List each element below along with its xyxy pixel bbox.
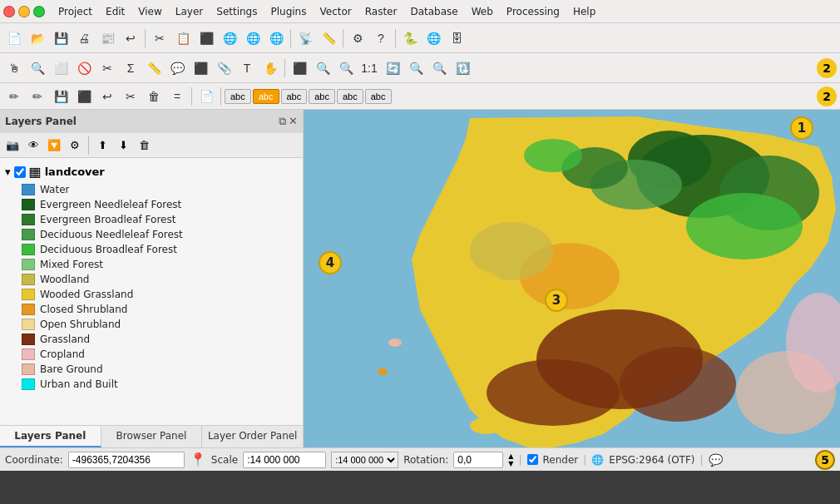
save-button[interactable]: 💾	[50, 27, 72, 49]
layer-visibility-checkbox[interactable]	[14, 166, 26, 178]
map-area[interactable]: 1 3 4	[304, 110, 840, 447]
zoom-prev[interactable]: 🔄	[382, 57, 403, 79]
menu-item-edit[interactable]: Edit	[99, 4, 131, 19]
annotation[interactable]: 💬	[166, 57, 188, 79]
layer-notes[interactable]: ⬛	[190, 57, 211, 79]
layer-group-header[interactable]: ▾ ▦ landcover	[2, 161, 301, 182]
sum-tool[interactable]: Σ	[120, 57, 141, 79]
save-as-button[interactable]: 🖨	[73, 27, 95, 49]
menu-item-raster[interactable]: Raster	[358, 4, 404, 19]
select-rect[interactable]: 🖱	[3, 57, 25, 79]
legend-color	[22, 229, 35, 240]
open-button[interactable]: 📂	[27, 27, 48, 49]
rotation-spinner[interactable]: ▲▼	[508, 452, 513, 467]
paste-tool[interactable]: ⬛	[195, 27, 217, 49]
delete-edit[interactable]: 🗑	[143, 86, 165, 107]
pan-tool[interactable]: 🌐	[219, 27, 240, 49]
zoom-select[interactable]: 🚫	[73, 57, 95, 79]
cut-edit[interactable]: ✂	[120, 86, 141, 107]
close-button[interactable]	[3, 6, 15, 17]
zoom-next[interactable]: 🔍	[405, 57, 427, 79]
help-button[interactable]: ?	[370, 27, 392, 49]
menu-item-view[interactable]: View	[131, 4, 168, 19]
close-panel-icon[interactable]: ✕	[289, 115, 298, 128]
remove-layer-btn[interactable]: 🗑	[135, 136, 153, 155]
filter-btn[interactable]: 🔽	[45, 136, 63, 155]
crs-label[interactable]: EPSG:2964 (OTF)	[609, 454, 694, 466]
label-abc3[interactable]: abc	[281, 89, 308, 104]
scale-input[interactable]	[243, 452, 326, 468]
undo-button[interactable]: ↩	[120, 27, 141, 49]
zoom-in-tool[interactable]: 🌐	[242, 27, 264, 49]
menu-item-help[interactable]: Help	[566, 4, 602, 19]
panel-tab-layer-order-panel[interactable]: Layer Order Panel	[202, 426, 303, 447]
menu-item-project[interactable]: Project	[52, 4, 99, 19]
select-tool[interactable]: ✂	[149, 27, 170, 49]
text-tool[interactable]: T	[236, 57, 258, 79]
legend-label: Grassland	[40, 334, 90, 345]
menu-item-web[interactable]: Web	[465, 4, 500, 19]
print-button[interactable]: 📰	[96, 27, 118, 49]
zoom-native[interactable]: 1:1	[358, 57, 380, 79]
menu-item-settings[interactable]: Settings	[210, 4, 264, 19]
group-btn[interactable]: ⚙	[66, 136, 84, 155]
scale-dropdown[interactable]: :14 000 000	[331, 452, 398, 468]
browser-button[interactable]: 🌐	[422, 27, 444, 49]
refresh-button[interactable]: 🔃	[452, 57, 473, 79]
measure-dist[interactable]: 📏	[143, 57, 165, 79]
message-icon[interactable]: 💬	[709, 453, 723, 467]
rotation-input[interactable]	[453, 452, 503, 468]
label-abc5[interactable]: abc	[337, 89, 363, 104]
panel-tab-layers-panel[interactable]: Layers Panel	[0, 426, 101, 447]
label-abc4[interactable]: abc	[309, 89, 335, 104]
identify-tool[interactable]: 📡	[294, 27, 316, 49]
menu-item-plugins[interactable]: Plugins	[264, 4, 313, 19]
zoom-layer[interactable]: ⬜	[50, 57, 72, 79]
split-edit[interactable]: =	[166, 86, 188, 107]
move-down-btn[interactable]: ⬇	[114, 136, 132, 155]
tile-tool[interactable]: ⬛	[289, 57, 310, 79]
add-layer-btn[interactable]: 📷	[3, 136, 22, 155]
zoom-in2[interactable]: 🔍	[312, 57, 334, 79]
db-button[interactable]: 🗄	[446, 27, 467, 49]
minimize-button[interactable]	[18, 6, 30, 17]
undo-edit[interactable]: ↩	[96, 86, 118, 107]
legend-item: Water	[2, 182, 301, 197]
menu-item-database[interactable]: Database	[403, 4, 464, 19]
hand-tool[interactable]: ✋	[259, 57, 281, 79]
menu-item-vector[interactable]: Vector	[313, 4, 358, 19]
svg-point-19	[388, 338, 402, 347]
pan-map[interactable]: ✂	[96, 57, 118, 79]
zoom-out2[interactable]: 🔍	[335, 57, 357, 79]
coordinate-input[interactable]	[68, 452, 185, 468]
label-abc2[interactable]: abc	[253, 89, 279, 104]
label-abc6[interactable]: abc	[365, 89, 392, 104]
edit-pencil2[interactable]: ✏	[27, 86, 48, 107]
legend-item: Wooded Grassland	[2, 287, 301, 302]
visibility-btn[interactable]: 👁	[24, 136, 42, 155]
label-abc1[interactable]: abc	[225, 89, 251, 104]
digitize-btn[interactable]: ⬛	[73, 86, 95, 107]
form-tool[interactable]: 📎	[213, 57, 235, 79]
layer-type-icon: ▦	[29, 164, 42, 180]
callout-4: 4	[319, 251, 342, 274]
python-button[interactable]: 🐍	[399, 27, 421, 49]
maximize-button[interactable]	[33, 6, 45, 17]
zoom-bookmark[interactable]: 🔍	[428, 57, 450, 79]
menu-item-processing[interactable]: Processing	[500, 4, 566, 19]
measure-tool[interactable]: 📏	[318, 27, 339, 49]
settings-button[interactable]: ⚙	[347, 27, 368, 49]
float-icon[interactable]: ⧉	[279, 115, 286, 128]
gps-icon[interactable]: 📍	[190, 452, 206, 467]
copy-tool[interactable]: 📋	[172, 27, 194, 49]
save-edit[interactable]: 💾	[50, 86, 72, 107]
new-button[interactable]: 📄	[3, 27, 25, 49]
move-up-btn[interactable]: ⬆	[93, 136, 111, 155]
panel-tab-browser-panel[interactable]: Browser Panel	[101, 426, 203, 447]
render-checkbox[interactable]	[527, 454, 538, 465]
zoom-full[interactable]: 🔍	[27, 57, 48, 79]
copy-feat[interactable]: 📄	[195, 86, 217, 107]
edit-pencil[interactable]: ✏	[3, 86, 25, 107]
menu-item-layer[interactable]: Layer	[169, 4, 210, 19]
zoom-out-tool[interactable]: 🌐	[265, 27, 287, 49]
